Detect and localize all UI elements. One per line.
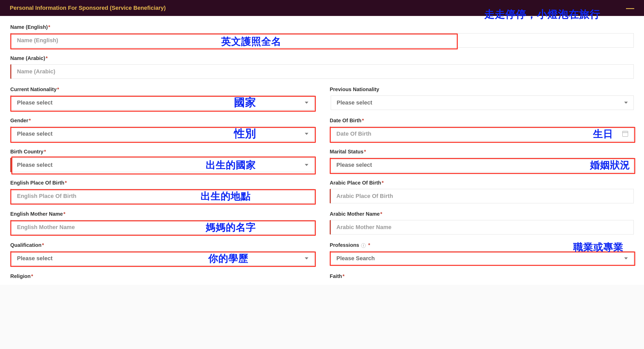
pob-arabic-input[interactable] — [331, 189, 634, 203]
label-previous-nationality: Previous Nationality — [330, 86, 634, 92]
chevron-down-icon — [624, 102, 628, 104]
label-faith: Faith* — [330, 273, 634, 279]
label-birth-country: Birth Country* — [10, 149, 314, 155]
label-mother-ar: Arabic Mother Name* — [330, 211, 634, 217]
chevron-down-icon — [305, 257, 308, 259]
label-qualification: Qualification* — [10, 242, 314, 248]
collapse-toggle[interactable]: — — [626, 6, 634, 10]
panel-body: Name (English)* 英文護照全名 Name (Arabic)* Cu… — [0, 16, 644, 285]
label-pob-ar: Arabic Place Of Birth* — [330, 180, 634, 186]
label-professions: Professions i * — [330, 242, 634, 248]
mother-english-input[interactable] — [11, 220, 314, 234]
chevron-down-icon — [624, 257, 628, 259]
chevron-down-icon — [305, 164, 308, 166]
current-nationality-select[interactable]: Please select — [11, 95, 314, 110]
label-gender: Gender* — [10, 118, 314, 124]
chevron-down-icon — [305, 102, 308, 104]
chevron-down-icon — [305, 133, 308, 135]
gender-select[interactable]: Please select — [11, 127, 314, 141]
chevron-down-icon — [624, 164, 628, 166]
label-name-arabic: Name (Arabic)* — [10, 55, 634, 61]
mother-arabic-input[interactable] — [331, 220, 634, 234]
marital-status-select[interactable]: Please select — [331, 158, 634, 172]
label-mother-en: English Mother Name* — [10, 211, 314, 217]
professions-select[interactable]: Please Search — [331, 251, 634, 266]
birth-country-select[interactable]: Please select — [11, 158, 314, 172]
panel-title: Personal Information For Sponsored (Serv… — [10, 5, 166, 11]
qualification-select[interactable]: Please select — [11, 251, 314, 266]
name-arabic-input[interactable] — [11, 64, 634, 79]
label-dob: Date Of Birth* — [330, 118, 634, 124]
dob-input[interactable] — [331, 127, 634, 141]
panel-header: Personal Information For Sponsored (Serv… — [0, 0, 644, 16]
label-pob-en: English Place Of Birth* — [10, 180, 314, 186]
pob-english-input[interactable] — [11, 189, 314, 203]
previous-nationality-select[interactable]: Please select — [331, 95, 634, 110]
label-marital: Marital Status* — [330, 149, 634, 155]
label-name-english: Name (English)* — [10, 24, 634, 30]
label-current-nationality: Current Nationality* — [10, 86, 314, 92]
name-english-input[interactable] — [11, 33, 634, 48]
label-religion: Religion* — [10, 273, 314, 279]
form-container: Personal Information For Sponsored (Serv… — [0, 0, 644, 285]
info-icon[interactable]: i — [361, 243, 366, 248]
